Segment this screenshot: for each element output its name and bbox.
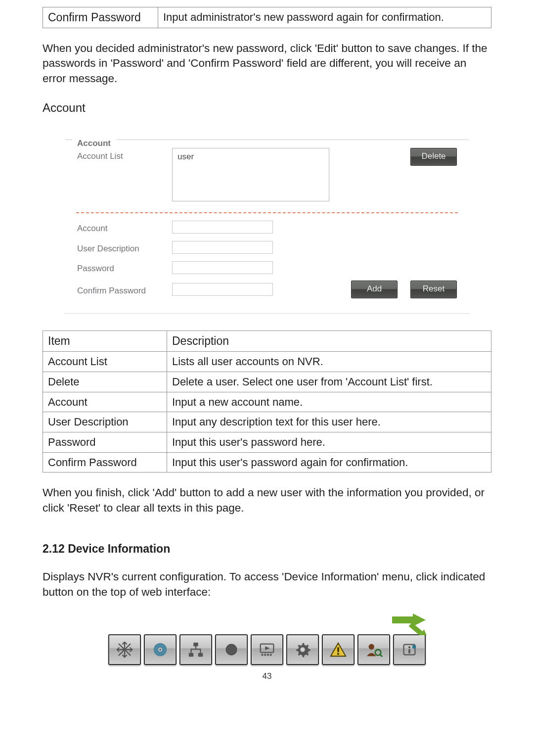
- cell-item: Password: [43, 432, 167, 453]
- svg-rect-9: [198, 653, 203, 657]
- table-row: Delete Delete a user. Select one user fr…: [43, 372, 491, 392]
- col-item: Item: [43, 331, 167, 352]
- password-label: Password: [77, 260, 161, 275]
- svg-rect-15: [264, 654, 266, 656]
- svg-rect-17: [270, 654, 272, 656]
- reset-button[interactable]: Reset: [410, 281, 457, 298]
- cell-desc: Input a new account name.: [167, 392, 491, 412]
- snowflake-icon[interactable]: [108, 634, 141, 665]
- section-intro-paragraph: Displays NVR's current configuration. To…: [43, 569, 491, 600]
- cell-desc: Input this user's password here.: [167, 432, 491, 453]
- svg-rect-20: [337, 653, 339, 655]
- svg-rect-7: [193, 643, 198, 647]
- svg-rect-8: [189, 653, 194, 657]
- svg-marker-13: [265, 646, 270, 650]
- confirm-password-key: Confirm Password: [43, 7, 158, 28]
- confirm-password-field[interactable]: [172, 283, 273, 296]
- password-field[interactable]: [172, 261, 273, 274]
- section-heading: 2.12 Device Information: [43, 541, 491, 557]
- user-description-label: User Description: [77, 240, 161, 255]
- svg-rect-26: [408, 649, 410, 654]
- col-desc: Description: [167, 331, 491, 352]
- account-list-label: Account List: [77, 148, 161, 162]
- account-field-label: Account: [77, 220, 161, 235]
- table-row: User Description Input any description t…: [43, 412, 491, 432]
- after-table-paragraph: When you finish, click 'Add' button to a…: [43, 485, 491, 516]
- network-icon[interactable]: [179, 634, 212, 665]
- cell-item: User Description: [43, 412, 167, 432]
- table-row: Account List Lists all user accounts on …: [43, 352, 491, 372]
- account-list[interactable]: user: [172, 148, 329, 201]
- cell-desc: Input any description text for this user…: [167, 412, 491, 432]
- svg-point-18: [300, 647, 305, 652]
- table-row: Password Input this user's password here…: [43, 432, 491, 453]
- cell-item: Delete: [43, 372, 167, 392]
- svg-point-11: [226, 645, 237, 655]
- cell-desc: Lists all user accounts on NVR.: [167, 352, 491, 372]
- user-icon[interactable]: [357, 634, 390, 665]
- account-panel: Account Account List user Delete Account…: [64, 130, 470, 314]
- table-row: Account Input a new account name.: [43, 392, 491, 412]
- confirm-password-label: Confirm Password: [77, 283, 161, 297]
- svg-point-6: [159, 649, 161, 651]
- cell-desc: Delete a user. Select one user from 'Acc…: [167, 372, 491, 392]
- account-list-option[interactable]: user: [177, 151, 325, 163]
- confirm-password-value: Input administrator's new password again…: [158, 7, 491, 28]
- cell-item: Confirm Password: [43, 452, 167, 472]
- svg-point-27: [412, 645, 416, 649]
- intro-paragraph: When you decided administrator's new pas…: [43, 41, 491, 86]
- disc-icon[interactable]: [144, 634, 177, 665]
- svg-rect-14: [262, 654, 264, 656]
- gear-icon[interactable]: [286, 634, 319, 665]
- svg-rect-16: [267, 654, 269, 656]
- svg-rect-19: [337, 647, 339, 652]
- table-row: Confirm Password Input this user's passw…: [43, 452, 491, 472]
- user-description-field[interactable]: [172, 241, 273, 254]
- cell-desc: Input this user's password again for con…: [167, 452, 491, 472]
- fieldset-legend: Account: [77, 139, 114, 148]
- screen-icon[interactable]: [251, 634, 283, 665]
- delete-button[interactable]: Delete: [410, 148, 457, 166]
- info-icon[interactable]: [393, 634, 426, 665]
- panel-separator: [76, 212, 458, 213]
- cell-item: Account List: [43, 352, 167, 372]
- confirm-password-row-table: Confirm Password Input administrator's n…: [43, 7, 491, 28]
- alert-icon[interactable]: [322, 634, 355, 665]
- indicator-arrow-icon: [390, 613, 427, 635]
- svg-point-21: [369, 644, 374, 650]
- account-heading: Account: [43, 100, 491, 116]
- account-field[interactable]: [172, 221, 273, 234]
- svg-line-23: [380, 655, 382, 657]
- page-number: 43: [43, 671, 491, 682]
- device-toolbar: [108, 615, 426, 665]
- table-header-row: Item Description: [43, 331, 491, 352]
- record-icon[interactable]: [215, 634, 248, 665]
- svg-point-25: [408, 646, 410, 648]
- add-button[interactable]: Add: [351, 281, 398, 298]
- cell-item: Account: [43, 392, 167, 412]
- description-table: Item Description Account List Lists all …: [43, 331, 491, 472]
